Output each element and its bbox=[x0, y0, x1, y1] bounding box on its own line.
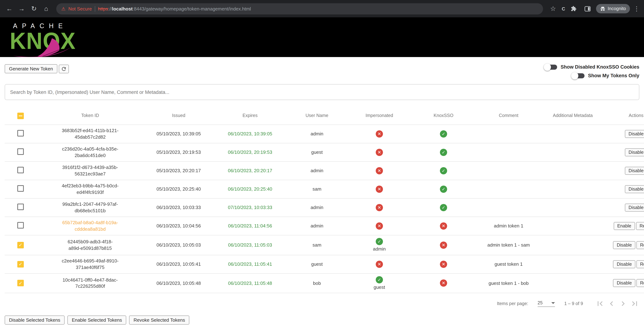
row-checkbox[interactable] bbox=[17, 242, 24, 248]
generate-new-token-button[interactable]: Generate New Token bbox=[5, 64, 57, 73]
brand-knox: KNOX bbox=[0, 30, 644, 52]
revoke-button[interactable]: Revoke bbox=[636, 279, 644, 287]
extension-c-icon[interactable]: C bbox=[562, 6, 565, 11]
disable-button[interactable]: Disable bbox=[625, 167, 644, 175]
knoxsso-yes-icon: ✓ bbox=[440, 167, 447, 174]
expires-date: 06/10/2023, 20:25:40 bbox=[214, 180, 287, 198]
column-header-actions: Actions bbox=[604, 106, 644, 125]
bookmark-star-icon[interactable]: ☆ bbox=[548, 4, 558, 14]
search-input[interactable] bbox=[5, 84, 639, 100]
impersonated-user: admin bbox=[373, 246, 386, 252]
token-id: 3683b52f-ed41-411b-b121-45dab57c2d82 bbox=[62, 128, 119, 140]
first-page-icon[interactable] bbox=[595, 299, 605, 308]
column-header-issued: Issued bbox=[144, 106, 214, 125]
revoke-button[interactable]: Revoke bbox=[636, 241, 644, 249]
user-name: bob bbox=[287, 273, 347, 293]
toggle-show-my-tokens[interactable]: Show My Tokens Only bbox=[572, 73, 639, 78]
enable-button[interactable]: Enable bbox=[614, 222, 635, 230]
disable-button[interactable]: Disable bbox=[613, 241, 635, 249]
row-checkbox[interactable] bbox=[17, 148, 24, 155]
knoxsso-cell: ✓ bbox=[412, 125, 476, 143]
previous-page-icon[interactable] bbox=[607, 299, 616, 308]
token-id: 62445b09-adb3-4f18-a89d-e5091d87b815 bbox=[62, 239, 119, 251]
impersonated-cell: ✕ bbox=[349, 149, 410, 156]
warning-triangle-icon: ⚠ bbox=[61, 6, 66, 11]
toggle-switch-my-tokens[interactable] bbox=[572, 73, 584, 78]
paginator: Items per page: 25 1 – 9 of 9 bbox=[0, 293, 644, 312]
disable-button[interactable]: Disable bbox=[613, 279, 635, 287]
address-bar[interactable]: ⚠ Not Secure https://localhost:8443/gate… bbox=[56, 3, 543, 14]
knox-header: APACHE KNOX bbox=[0, 17, 644, 57]
comment-cell bbox=[476, 161, 542, 180]
disable-button[interactable]: Disable bbox=[625, 130, 644, 138]
row-checkbox[interactable] bbox=[17, 261, 24, 267]
footer-buttons: Disable Selected Tokens Enable Selected … bbox=[0, 312, 644, 326]
table-row: 10c46471-0ff0-4e47-8dac-7c226255d80f 06/… bbox=[5, 273, 644, 293]
knoxsso-no-icon: ✕ bbox=[440, 260, 447, 268]
metadata-cell bbox=[542, 273, 604, 293]
disable-button[interactable]: Disable bbox=[625, 148, 644, 156]
not-secure-label: Not Secure bbox=[68, 6, 92, 11]
impersonated-no-icon: ✕ bbox=[376, 130, 383, 137]
side-panel-icon[interactable] bbox=[582, 4, 592, 14]
disable-button[interactable]: Disable bbox=[625, 204, 644, 212]
row-checkbox[interactable] bbox=[17, 280, 24, 286]
impersonated-no-icon: ✕ bbox=[376, 204, 383, 211]
table-row: c236d20c-4a05-4cfa-b35e-2ba6dc451de0 05/… bbox=[5, 143, 644, 161]
disable-button[interactable]: Disable bbox=[613, 260, 635, 268]
knoxsso-cell: ✓ bbox=[412, 198, 476, 217]
knoxsso-cell: ✕ bbox=[412, 235, 476, 255]
toggle-label-my-tokens: Show My Tokens Only bbox=[588, 73, 639, 78]
home-icon[interactable]: ⌂ bbox=[41, 4, 51, 14]
items-per-page-select[interactable]: 25 bbox=[538, 300, 555, 307]
revoke-button[interactable]: Revoke bbox=[636, 260, 644, 268]
impersonated-cell: ✕ bbox=[349, 260, 410, 268]
token-id: c2ee4646-b695-49af-8910-371ae40f6f75 bbox=[62, 258, 119, 270]
knoxsso-yes-icon: ✓ bbox=[440, 130, 447, 137]
row-checkbox[interactable] bbox=[17, 222, 24, 228]
reload-icon[interactable]: ↻ bbox=[29, 4, 39, 14]
toggle-switch-disabled-knoxsso[interactable] bbox=[545, 64, 557, 70]
next-page-icon[interactable] bbox=[618, 299, 628, 308]
refresh-tokens-button[interactable] bbox=[59, 64, 69, 73]
knoxsso-no-icon: ✕ bbox=[440, 222, 447, 230]
toggle-show-disabled-knoxsso[interactable]: Show Disabled KnoxSSO Cookies bbox=[545, 64, 639, 70]
extensions-puzzle-icon[interactable] bbox=[569, 4, 579, 14]
revoke-selected-tokens-button[interactable]: Revoke Selected Tokens bbox=[129, 315, 190, 324]
user-name: sam bbox=[287, 180, 347, 198]
enable-selected-tokens-button[interactable]: Enable Selected Tokens bbox=[68, 315, 126, 324]
menu-kebab-icon[interactable]: ⋮ bbox=[634, 5, 640, 13]
brand-apache: APACHE bbox=[0, 17, 644, 30]
actions-cell: EnableRevoke bbox=[604, 217, 644, 235]
expires-date: 06/10/2023, 11:04:56 bbox=[214, 217, 287, 235]
column-header-knoxsso: KnoxSSO bbox=[412, 106, 476, 125]
row-checkbox[interactable] bbox=[17, 130, 24, 136]
token-table-body: 3683b52f-ed41-411b-b121-45dab57c2d82 05/… bbox=[5, 125, 644, 293]
url-text: https://localhost:8443/gateway/homepage/… bbox=[98, 6, 251, 11]
token-id: 65b72baf-b8a0-4a8f-b19a-cdddea8a81bd bbox=[62, 220, 119, 232]
impersonated-user: guest bbox=[374, 284, 385, 290]
issued-date: 05/10/2023, 20:20:17 bbox=[144, 161, 214, 180]
issued-date: 05/10/2023, 20:25:40 bbox=[144, 180, 214, 198]
disable-button[interactable]: Disable bbox=[625, 185, 644, 193]
row-checkbox[interactable] bbox=[17, 167, 24, 173]
user-name: guest bbox=[287, 143, 347, 161]
token-id: 10c46471-0ff0-4e47-8dac-7c226255d80f bbox=[62, 277, 119, 289]
token-id: 4ef23eb3-b9bb-4a75-b0cd-ed4f4fc9193f bbox=[62, 183, 119, 196]
back-icon[interactable]: ← bbox=[4, 4, 14, 14]
revoke-button[interactable]: Revoke bbox=[636, 222, 644, 230]
disable-selected-tokens-button[interactable]: Disable Selected Tokens bbox=[5, 315, 64, 324]
select-all-checkbox[interactable] bbox=[17, 112, 24, 119]
column-header-additional-metadata: Additional Metadata bbox=[542, 106, 604, 125]
toolbar: Generate New Token Show Disabled KnoxSSO… bbox=[0, 57, 644, 78]
forward-icon[interactable]: → bbox=[16, 4, 27, 14]
row-checkbox[interactable] bbox=[17, 203, 24, 210]
issued-date: 05/10/2023, 10:39:05 bbox=[144, 125, 214, 143]
column-header-impersonated: Impersonated bbox=[347, 106, 412, 125]
table-row: 62445b09-adb3-4f18-a89d-e5091d87b815 06/… bbox=[5, 235, 644, 255]
last-page-icon[interactable] bbox=[630, 299, 639, 308]
row-checkbox[interactable] bbox=[17, 185, 24, 192]
url-host: localhost bbox=[112, 6, 132, 11]
omnibox-divider bbox=[95, 6, 95, 11]
impersonated-cell: ✕ bbox=[349, 204, 410, 211]
